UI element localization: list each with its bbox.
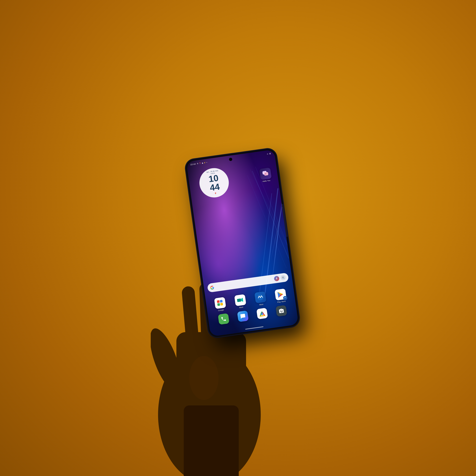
google-app-item[interactable]: Google <box>214 297 227 312</box>
svg-rect-22 <box>217 303 220 306</box>
phone-icon <box>221 316 227 322</box>
google-icon-svg <box>216 299 224 306</box>
dot-icon: ● <box>206 162 207 163</box>
settings-icon: ⚙ <box>197 163 198 165</box>
camera-dock-icon[interactable] <box>276 305 287 317</box>
charging-icon: ⚡ <box>204 162 206 164</box>
moto-badge-icon <box>284 297 286 299</box>
lens-icon <box>282 276 285 279</box>
location-icon: 📍 <box>199 162 201 164</box>
hello-you-icon-svg <box>262 170 269 177</box>
search-lens-button[interactable] <box>280 274 286 280</box>
google-app-icon[interactable] <box>214 297 226 309</box>
svg-rect-7 <box>184 406 239 476</box>
moto-app-icon[interactable] <box>254 291 266 303</box>
hello-you-icon-bg <box>259 167 272 180</box>
clock-minute: 44 <box>209 182 220 192</box>
svg-marker-26 <box>241 298 243 302</box>
svg-rect-23 <box>220 300 222 302</box>
chrome-dock-icon[interactable] <box>256 308 268 319</box>
hello-you-app[interactable]: Hello You <box>259 167 272 183</box>
meet-icon-svg <box>237 297 244 303</box>
clock-location-icon: 📍 <box>214 192 217 195</box>
svg-point-8 <box>189 356 219 400</box>
status-time: 10:44 <box>190 163 196 166</box>
moto-app-label: Moto <box>259 303 264 306</box>
status-icons: ⚙ 📍 ▣ ⚡ ● <box>197 161 207 165</box>
status-right: ◎ ▨ <box>267 152 271 155</box>
playstore-app-item[interactable]: Play Store <box>275 289 287 303</box>
messages-icon <box>240 313 246 319</box>
search-mic-button[interactable] <box>274 276 280 282</box>
svg-line-20 <box>284 278 284 279</box>
mic-icon <box>275 277 278 280</box>
svg-rect-21 <box>217 300 219 303</box>
circle-status-icon: ◎ <box>267 153 268 155</box>
clock-time-row: 10 44 <box>208 173 220 192</box>
camera-icon <box>278 308 284 314</box>
messages-dock-icon[interactable] <box>237 310 249 322</box>
battery-status-icon: ▨ <box>269 152 271 154</box>
signal-icon: ▣ <box>201 162 203 164</box>
meet-app-item[interactable]: Meet <box>234 294 247 309</box>
svg-point-18 <box>283 277 283 277</box>
meet-app-icon[interactable] <box>234 294 246 306</box>
svg-rect-24 <box>220 303 223 305</box>
svg-rect-25 <box>237 298 241 302</box>
google-g-icon <box>210 285 214 290</box>
meet-app-label: Meet <box>239 306 243 308</box>
phone-dock-icon[interactable] <box>218 313 229 325</box>
playstore-app-icon[interactable] <box>275 289 287 301</box>
moto-icon-svg <box>256 293 264 301</box>
moto-app-item[interactable]: Moto <box>254 291 267 306</box>
chrome-icon <box>259 310 265 317</box>
